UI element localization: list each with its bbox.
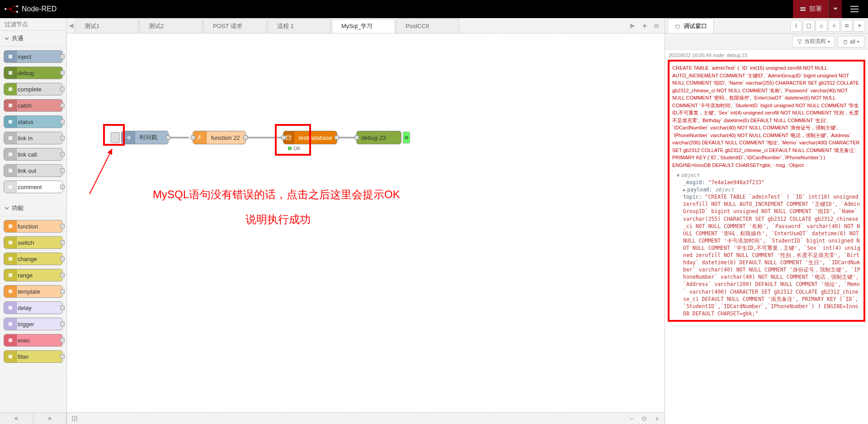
debug-toggle-button[interactable] bbox=[403, 132, 410, 143]
zoom-reset-button[interactable]: ⊙ bbox=[639, 414, 649, 423]
function-node[interactable]: function 22 bbox=[193, 131, 246, 144]
node-label: function 22 bbox=[207, 134, 245, 141]
palette-node-debug[interactable]: debug bbox=[4, 67, 63, 79]
complete-icon bbox=[4, 83, 17, 95]
zoom-out-button[interactable]: − bbox=[627, 414, 637, 423]
svg-point-31 bbox=[820, 25, 823, 28]
bug-icon bbox=[819, 23, 824, 29]
svg-rect-13 bbox=[9, 152, 12, 156]
palette-node-range[interactable]: range bbox=[4, 269, 63, 281]
caret-down-icon[interactable]: ▼ bbox=[677, 172, 679, 179]
output-port bbox=[60, 322, 65, 326]
palette-node-label: function bbox=[18, 223, 38, 230]
palette-node-delay[interactable]: delay bbox=[4, 301, 63, 314]
palette-collapse-button[interactable] bbox=[33, 413, 67, 424]
output-port bbox=[60, 87, 65, 91]
trash-icon bbox=[843, 39, 848, 44]
flow-tab[interactable]: 流程 1 bbox=[268, 19, 331, 33]
palette-node-function[interactable]: function bbox=[4, 220, 63, 233]
palette-node-catch[interactable]: catch bbox=[4, 99, 63, 112]
add-tab-button[interactable] bbox=[639, 20, 650, 31]
output-port[interactable] bbox=[335, 135, 339, 140]
flow-tab[interactable]: 测试1 bbox=[75, 19, 138, 33]
palette-node-link-out[interactable]: link out bbox=[4, 164, 63, 177]
zoom-in-button[interactable]: + bbox=[652, 414, 662, 423]
annotation-arrow bbox=[85, 144, 130, 199]
workspace: ◀ 测试1测试2POST 请求流程 1MySql_学习PostCCIt ▶ bbox=[67, 18, 665, 424]
output-port bbox=[60, 273, 65, 277]
flow-tab[interactable]: 测试2 bbox=[139, 19, 203, 33]
palette-node-label: link call bbox=[18, 151, 37, 158]
node-label: 时间戳 bbox=[135, 133, 162, 142]
deploy-dropdown-button[interactable] bbox=[828, 0, 842, 18]
help-tab-button[interactable] bbox=[803, 20, 815, 32]
msgid-key: _msgid: bbox=[683, 179, 705, 186]
flow-tab[interactable]: PostCCIt bbox=[396, 19, 459, 33]
svg-point-3 bbox=[9, 8, 12, 10]
navigator-button[interactable] bbox=[70, 414, 80, 423]
debug-node[interactable]: debug 23 bbox=[356, 131, 401, 144]
output-port bbox=[60, 240, 65, 245]
main-menu-button[interactable] bbox=[845, 0, 863, 18]
palette-node-label: inject bbox=[18, 53, 31, 60]
debug-msg-meta: 2022/8/22 16:05:49 node: debug 23 bbox=[667, 52, 866, 59]
palette-category-function[interactable]: 功能 bbox=[0, 200, 66, 216]
output-port bbox=[60, 224, 65, 229]
inject-node[interactable]: 时间戳 bbox=[121, 131, 169, 144]
input-port[interactable] bbox=[354, 135, 359, 140]
palette-node-label: filter bbox=[18, 353, 29, 360]
palette-node-label: link in bbox=[18, 135, 33, 142]
palette-node-comment[interactable]: comment bbox=[4, 181, 63, 193]
tab-scroll-left[interactable]: ◀ bbox=[67, 18, 75, 33]
palette-node-change[interactable]: change bbox=[4, 252, 63, 265]
input-port[interactable] bbox=[191, 135, 195, 140]
palette-node-switch[interactable]: switch bbox=[4, 236, 63, 249]
payload-key: payload: bbox=[687, 186, 712, 193]
tab-list-button[interactable] bbox=[651, 20, 662, 31]
palette-node-status[interactable]: status bbox=[4, 115, 63, 128]
plus-icon bbox=[642, 23, 648, 29]
svg-rect-8 bbox=[9, 71, 12, 75]
palette-sidebar: 共通 injectdebugcompletecatchstatuslink in… bbox=[0, 18, 67, 424]
deploy-button[interactable]: 部署 bbox=[793, 0, 828, 18]
annotation-box-inject bbox=[103, 124, 125, 146]
palette-node-template[interactable]: template bbox=[4, 285, 63, 298]
config-tab-button[interactable] bbox=[828, 20, 840, 32]
svg-rect-4 bbox=[800, 7, 806, 9]
palette-node-link-call[interactable]: link call bbox=[4, 148, 63, 161]
svg-point-2 bbox=[16, 11, 18, 13]
palette-expand-button[interactable] bbox=[0, 413, 33, 424]
hamburger-icon bbox=[850, 6, 859, 12]
svg-point-0 bbox=[5, 8, 6, 10]
nodered-logo-icon bbox=[5, 5, 18, 13]
debug-filter-button[interactable]: 当前流程 ▾ bbox=[792, 36, 835, 48]
svg-rect-18 bbox=[9, 257, 12, 261]
output-port[interactable] bbox=[243, 135, 248, 140]
palette-node-inject[interactable]: inject bbox=[4, 50, 63, 63]
flow-tab[interactable]: MySql_学习 bbox=[332, 19, 395, 33]
flow-tab[interactable]: POST 请求 bbox=[203, 19, 267, 33]
debug-object[interactable]: ▼object _msgid: "7e4a1ae948a3f233" ▶payl… bbox=[672, 172, 861, 317]
workspace-footer: − ⊙ + bbox=[67, 412, 665, 424]
palette-node-exec[interactable]: exec bbox=[4, 334, 63, 347]
palette-node-filter[interactable]: filter bbox=[4, 350, 63, 363]
context-tab-button[interactable] bbox=[841, 20, 853, 32]
palette-node-link-in[interactable]: link in bbox=[4, 132, 63, 144]
palette-search-input[interactable] bbox=[5, 21, 67, 28]
palette-category-common[interactable]: 共通 bbox=[0, 31, 66, 47]
output-port[interactable] bbox=[166, 135, 170, 140]
tab-scroll-right[interactable]: ▶ bbox=[628, 18, 637, 33]
sidebar-tab-debug[interactable]: 调试窗口 bbox=[668, 19, 714, 33]
caret-right-icon[interactable]: ▶ bbox=[683, 187, 686, 193]
info-tab-button[interactable]: i bbox=[790, 20, 802, 32]
debug-tab-button[interactable] bbox=[816, 20, 827, 32]
link call-icon bbox=[4, 148, 17, 160]
svg-rect-14 bbox=[9, 169, 12, 172]
palette-node-complete[interactable]: complete bbox=[4, 83, 63, 95]
debug-messages[interactable]: 2022/8/22 16:05:49 node: debug 23 CREATE… bbox=[665, 50, 868, 424]
deploy-label: 部署 bbox=[809, 5, 822, 13]
sidebar-dropdown[interactable]: ▾ bbox=[854, 20, 865, 32]
palette-node-trigger[interactable]: trigger bbox=[4, 318, 63, 330]
canvas[interactable]: 时间戳 function 22 testdatabase bbox=[67, 33, 665, 412]
debug-clear-button[interactable]: all ▾ bbox=[838, 36, 864, 48]
